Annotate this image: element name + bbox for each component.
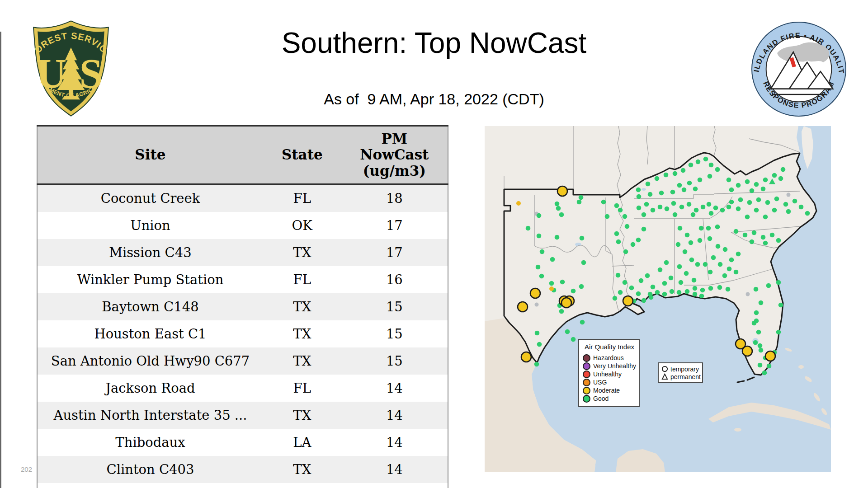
site-marker-good bbox=[736, 206, 741, 211]
site-marker-good bbox=[677, 290, 682, 295]
site-marker-good bbox=[734, 229, 739, 234]
table-cell: 14 bbox=[341, 402, 448, 429]
table-cell: TX bbox=[263, 293, 341, 320]
site-marker-good bbox=[703, 157, 708, 162]
site-marker-good bbox=[616, 273, 621, 278]
table-cell: TX bbox=[263, 320, 341, 347]
site-marker-good bbox=[708, 270, 713, 275]
site-marker-good bbox=[715, 167, 720, 172]
site-marker-good bbox=[571, 289, 576, 294]
site-marker-good bbox=[706, 226, 711, 231]
site-marker-good bbox=[692, 278, 697, 283]
site-marker-good bbox=[613, 296, 618, 301]
aqi-swatch-icon bbox=[583, 387, 590, 394]
aqi-swatch-icon bbox=[583, 379, 590, 386]
site-marker-good bbox=[699, 294, 704, 299]
wfaqrp-logo-icon: WILDLAND FIRE • AIR QUALITY RESPONSE PRO… bbox=[750, 21, 847, 117]
nowcast-table: SiteStatePM NowCast (ug/m3) Coconut Cree… bbox=[37, 125, 448, 488]
site-marker-good bbox=[776, 238, 781, 243]
site-marker-good bbox=[537, 234, 542, 239]
site-marker-good bbox=[555, 202, 560, 206]
site-marker-good bbox=[698, 178, 703, 183]
table-cell: Mission C43 bbox=[37, 239, 263, 266]
site-marker-good bbox=[763, 215, 768, 220]
table-header-row: SiteStatePM NowCast (ug/m3) bbox=[37, 126, 448, 184]
column-header: PM NowCast (ug/m3) bbox=[341, 126, 448, 184]
site-marker-good bbox=[767, 364, 772, 369]
aqi-legend-label: Good bbox=[593, 395, 609, 402]
table-row: Jackson RoadFL14 bbox=[37, 375, 448, 402]
site-marker-good bbox=[658, 205, 663, 210]
site-marker-good bbox=[540, 249, 545, 254]
site-marker-good bbox=[662, 281, 667, 286]
aqi-legend-label: Moderate bbox=[593, 387, 620, 394]
dashboard-page: FOREST SERVICE U S DEPARTMENT OF AGRICUL… bbox=[0, 0, 868, 488]
table-row: Coconut CreekFL18 bbox=[37, 184, 448, 212]
site-marker-good bbox=[695, 262, 700, 267]
site-marker-good bbox=[726, 178, 731, 183]
site-marker-good bbox=[713, 206, 718, 211]
site-marker-good bbox=[579, 284, 584, 289]
table-cell: San Antonio Old Hwy90 C677 bbox=[37, 347, 263, 375]
temporary-circle-icon bbox=[661, 366, 668, 372]
site-marker-good bbox=[648, 292, 653, 297]
table-cell: Union bbox=[37, 212, 263, 239]
site-marker-good bbox=[671, 201, 676, 206]
aqi-legend-item: Hazardous bbox=[583, 354, 636, 362]
site-marker-good bbox=[729, 258, 734, 263]
table-row: San Antonio Old Hwy90 C677TX15 bbox=[37, 347, 448, 375]
table-cell: FL bbox=[263, 375, 341, 402]
site-marker-good bbox=[711, 255, 716, 260]
aqi-legend: Air Quality Index HazardousVery Unhealth… bbox=[578, 339, 640, 407]
site-marker-good bbox=[708, 174, 712, 179]
site-marker-gray bbox=[746, 292, 750, 296]
site-marker-good bbox=[691, 212, 696, 217]
table-cell: TX bbox=[263, 483, 341, 488]
site-marker-moderate bbox=[521, 352, 531, 362]
site-marker-good bbox=[625, 224, 630, 229]
site-marker-moderate bbox=[557, 186, 567, 196]
table-cell: Houston North Loop C1052 bbox=[37, 483, 263, 488]
column-header: State bbox=[263, 126, 341, 184]
aqi-legend-item: USG bbox=[583, 378, 636, 386]
site-marker-good bbox=[696, 160, 701, 164]
wfaqrp-logo: WILDLAND FIRE • AIR QUALITY RESPONSE PRO… bbox=[750, 21, 847, 119]
table-cell: FL bbox=[263, 184, 341, 212]
table-row: UnionOK17 bbox=[37, 212, 448, 239]
site-marker-good bbox=[651, 208, 656, 213]
table-cell: Austin North Interstate 35 ... bbox=[37, 402, 263, 429]
aqi-legend-item: Good bbox=[583, 394, 636, 403]
table-cell: 17 bbox=[341, 212, 448, 239]
site-marker-good bbox=[689, 258, 694, 263]
aqi-legend-label: USG bbox=[593, 379, 607, 386]
site-marker-good bbox=[754, 310, 759, 315]
permanent-label: permanent bbox=[670, 373, 701, 380]
site-marker-moderate bbox=[518, 302, 528, 312]
site-marker-good bbox=[736, 252, 741, 257]
site-marker-good bbox=[580, 320, 585, 325]
site-marker-good bbox=[786, 209, 791, 214]
site-marker-good bbox=[708, 236, 712, 241]
site-marker-good bbox=[752, 230, 757, 235]
site-marker-good bbox=[754, 208, 759, 213]
site-marker-good bbox=[655, 290, 660, 295]
site-marker-good bbox=[537, 342, 542, 347]
site-marker-good bbox=[644, 202, 649, 207]
timestamp-fragment: 202 bbox=[21, 465, 32, 473]
site-marker-good bbox=[772, 208, 777, 213]
site-marker-good bbox=[560, 280, 565, 285]
temporary-label: temporary bbox=[670, 366, 699, 373]
site-marker-good bbox=[736, 183, 741, 188]
site-marker-good bbox=[758, 343, 763, 348]
site-marker-good bbox=[776, 330, 781, 335]
site-marker-good bbox=[526, 226, 531, 231]
site-marker-good bbox=[685, 233, 690, 238]
site-marker-good bbox=[722, 273, 727, 278]
site-marker-good bbox=[720, 208, 725, 213]
aqi-legend-items: HazardousVery UnhealthyUnhealthyUSGModer… bbox=[583, 354, 636, 403]
site-marker-good bbox=[772, 173, 777, 178]
site-marker-moderate bbox=[623, 296, 633, 306]
site-marker-good bbox=[763, 241, 768, 246]
table-cell: 14 bbox=[341, 375, 448, 402]
site-marker-good bbox=[670, 190, 675, 195]
